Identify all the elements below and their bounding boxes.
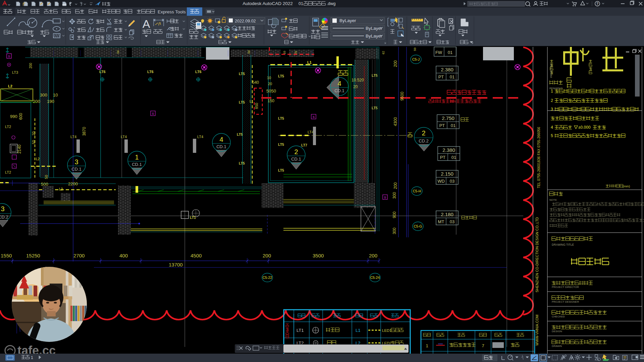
svg-text:03: 03 (450, 219, 454, 224)
svg-text:9600: 9600 (400, 92, 405, 101)
svg-text:540: 540 (252, 80, 259, 85)
svg-text:1: 1 (31, 355, 33, 360)
svg-text:01: 01 (451, 123, 455, 128)
svg-text:850: 850 (255, 103, 259, 109)
svg-text:4: 4 (337, 80, 341, 87)
svg-text:300: 300 (40, 93, 47, 98)
svg-text:2700: 2700 (73, 253, 85, 258)
svg-text:LT4: LT4 (197, 135, 203, 139)
svg-text:MT: MT (438, 219, 444, 224)
svg-text:CD.1: CD.1 (334, 88, 344, 93)
svg-text:01: 01 (450, 74, 454, 79)
svg-text:2: 2 (422, 129, 425, 137)
svg-text:10: 10 (53, 93, 58, 98)
svg-text:200: 200 (393, 60, 398, 67)
svg-text:(mm): (mm) (623, 184, 630, 188)
svg-text:PROJECT NO.: PROJECT NO. (550, 63, 552, 78)
svg-text:5: 5 (551, 133, 553, 138)
svg-text:±0.000: ±0.000 (578, 125, 591, 130)
svg-text:400: 400 (119, 253, 128, 258)
svg-text:PT: PT (440, 155, 446, 160)
svg-text:13700: 13700 (169, 262, 183, 267)
svg-text:2: 2 (294, 148, 298, 156)
svg-text:S: S (384, 196, 386, 199)
svg-text:CD.2: CD.2 (0, 215, 8, 220)
svg-text:LT5: LT5 (278, 116, 284, 120)
svg-text:L2: L2 (8, 84, 12, 88)
svg-text:200: 200 (393, 182, 398, 189)
svg-text:ByLayer: ByLayer (366, 34, 382, 39)
svg-text:PROJECT DESIGNER: PROJECT DESIGNER (552, 300, 579, 303)
svg-text:4300: 4300 (393, 117, 398, 126)
svg-text:03: 03 (450, 179, 454, 184)
svg-text:LT4: LT4 (121, 135, 127, 139)
svg-text:15250: 15250 (26, 253, 40, 258)
svg-text:50: 50 (32, 140, 36, 144)
svg-text:2.750: 2.750 (442, 115, 454, 121)
svg-text:LT7: LT7 (301, 143, 307, 147)
svg-text:CD.1: CD.1 (291, 157, 301, 162)
svg-text:SHENZHEN CO-DIRECTION DESIGN C: SHENZHEN CO-DIRECTION DESIGN CO.,LTD (535, 217, 539, 292)
svg-text:CD.2: CD.2 (419, 138, 429, 143)
svg-text:L1: L1 (356, 328, 360, 333)
svg-text:200: 200 (33, 99, 40, 104)
svg-text:1: 1 (135, 154, 139, 161)
svg-text:600: 600 (18, 113, 23, 120)
svg-text:.dwg: .dwg (327, 1, 335, 6)
svg-text:ByLayer: ByLayer (339, 18, 356, 23)
svg-text:300: 300 (392, 192, 397, 199)
svg-text:?: ? (596, 2, 598, 6)
svg-text:TEL 0755-26601836 FAX 0755-26: TEL 0755-26601836 FAX 0755-266056 (537, 127, 541, 188)
svg-text:LT5: LT5 (278, 74, 284, 78)
svg-text:LT6: LT6 (99, 70, 106, 74)
svg-text:LT2: LT2 (5, 170, 11, 174)
svg-text:62: 62 (382, 51, 385, 54)
svg-text:LT5: LT5 (372, 106, 378, 110)
svg-text:CD.1: CD.1 (132, 162, 142, 167)
svg-text:L2: L2 (59, 187, 63, 191)
svg-text:LT5: LT5 (237, 132, 243, 136)
svg-text:FW: FW (435, 50, 442, 55)
svg-text:20: 20 (32, 131, 36, 135)
svg-text:10: 10 (283, 51, 286, 54)
svg-text:190: 190 (47, 99, 54, 104)
svg-text:2.380: 2.380 (441, 67, 453, 72)
svg-text:S: S (313, 115, 315, 119)
svg-text:200: 200 (369, 253, 377, 258)
svg-text:DESIGN: DESIGN (552, 330, 562, 333)
svg-text:PROJECT DIRECTOR: PROJECT DIRECTOR (552, 286, 579, 289)
svg-text:LT2: LT2 (5, 125, 11, 129)
svg-text:LT1: LT1 (190, 216, 196, 220)
svg-text:C5-24: C5-24 (370, 276, 380, 280)
svg-text:300: 300 (392, 228, 397, 234)
svg-text:20: 20 (268, 82, 272, 86)
svg-text:3870: 3870 (82, 127, 87, 136)
svg-text:2: 2 (551, 98, 553, 103)
svg-text:Express Tools: Express Tools (158, 9, 186, 14)
svg-text:2.180: 2.180 (441, 212, 453, 217)
svg-text:LT4: LT4 (70, 135, 76, 139)
svg-text:L1: L1 (250, 100, 254, 103)
svg-text:NOTE: NOTE (549, 198, 557, 201)
svg-text:DRAWN: DRAWN (552, 345, 562, 348)
svg-text:C5-22: C5-22 (263, 276, 272, 280)
svg-text:2140: 2140 (17, 144, 22, 154)
svg-text:CD.1: CD.1 (216, 144, 226, 149)
svg-text:01: 01 (451, 155, 456, 160)
svg-text:2.150: 2.150 (441, 171, 453, 177)
svg-text:LT6: LT6 (195, 70, 202, 74)
svg-text:200: 200 (263, 253, 271, 258)
svg-text:2200: 2200 (68, 181, 78, 186)
svg-text:CD.1: CD.1 (71, 167, 82, 172)
svg-text:20: 20 (353, 84, 358, 89)
svg-text:5050: 5050 (266, 88, 276, 94)
svg-text:3: 3 (1, 205, 4, 213)
svg-text:500: 500 (41, 182, 48, 187)
svg-text:1: 1 (551, 89, 553, 94)
svg-text:LT5: LT5 (372, 73, 378, 77)
svg-text:3500: 3500 (313, 253, 324, 258)
svg-text:50: 50 (413, 48, 417, 51)
svg-text:CHECKED: CHECKED (552, 315, 565, 318)
svg-text:1: 1 (426, 343, 428, 348)
svg-text:WD: WD (437, 179, 445, 184)
